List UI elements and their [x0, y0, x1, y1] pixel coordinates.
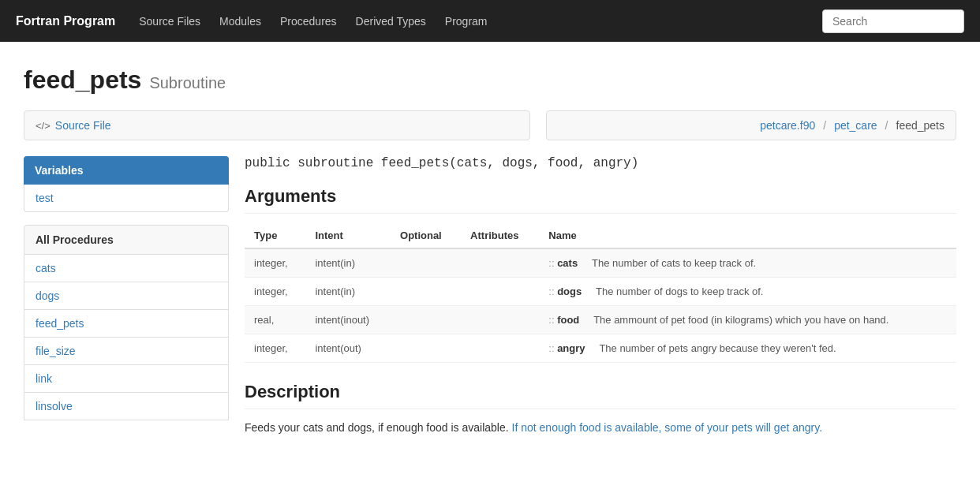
sidebar-proc-link[interactable]: link [24, 365, 229, 393]
breadcrumb-module-link[interactable]: pet_care [834, 119, 877, 132]
table-row: integer, intent(out) :: angry The number… [245, 334, 956, 363]
arg-name-2: food [557, 314, 579, 326]
sidebar-proc-linsolve[interactable]: linsolve [24, 393, 229, 420]
navbar-links: Source Files Modules Procedures Derived … [139, 15, 799, 28]
description-text-start: Feeds your cats and dogs, if enough food… [245, 421, 512, 434]
navbar-search [822, 9, 964, 33]
table-row: integer, intent(in) :: dogs The number o… [245, 278, 956, 306]
arg-optional-1 [391, 278, 461, 306]
sidebar-proc-file-size[interactable]: file_size [24, 338, 229, 365]
table-header-row: Type Intent Optional Attributes Name [245, 223, 956, 248]
arg-colons-1: :: [548, 286, 554, 297]
page-title-area: feed_pets Subroutine [24, 65, 956, 95]
breadcrumb-sep-2: / [885, 119, 888, 132]
arguments-section-title: Arguments [245, 186, 956, 214]
sidebar-proc-feed-pets[interactable]: feed_pets [24, 310, 229, 338]
layout: Variables test All Procedures cats dogs … [24, 156, 956, 436]
arg-attributes-2 [461, 306, 539, 334]
code-signature: public subroutine feed_pets(cats, dogs, … [245, 156, 956, 170]
arg-intent-3: intent(out) [305, 334, 391, 363]
navbar-link-source-files[interactable]: Source Files [139, 15, 200, 28]
arg-attributes-1 [461, 278, 539, 306]
content-area: public subroutine feed_pets(cats, dogs, … [245, 156, 956, 436]
navbar-link-modules[interactable]: Modules [219, 15, 261, 28]
arg-name-1: dogs [557, 286, 582, 297]
table-row: integer, intent(in) :: cats The number o… [245, 248, 956, 278]
arg-name-0: cats [557, 257, 578, 269]
sidebar-proc-dogs[interactable]: dogs [24, 282, 229, 310]
arg-name-col-3: :: angry The number of pets angry becaus… [539, 334, 956, 363]
description-text: Feeds your cats and dogs, if enough food… [245, 419, 956, 436]
arg-intent-0: intent(in) [305, 248, 391, 278]
col-intent: Intent [305, 223, 391, 248]
source-file-link[interactable]: Source File [55, 119, 111, 132]
table-row: real, intent(inout) :: food The ammount … [245, 306, 956, 334]
arg-desc-0: The number of cats to keep track of. [592, 257, 756, 269]
arg-type-2: real, [245, 306, 305, 334]
arguments-table: Type Intent Optional Attributes Name int… [245, 223, 956, 363]
arg-desc-1: The number of dogs to keep track of. [596, 286, 763, 297]
breadcrumb-current: feed_pets [896, 119, 945, 132]
arg-type-3: integer, [245, 334, 305, 363]
col-name: Name [539, 223, 956, 248]
breadcrumb-bar: petcare.f90 / pet_care / feed_pets [546, 110, 956, 140]
page-title-type: Subroutine [149, 74, 226, 92]
arg-attributes-3 [461, 334, 539, 363]
sidebar-variable-test[interactable]: test [24, 185, 229, 212]
description-text-highlight: If not enough food is available, some of… [512, 421, 823, 434]
arg-name-col-2: :: food The ammount of pet food (in kilo… [539, 306, 956, 334]
arg-intent-1: intent(in) [305, 278, 391, 306]
arg-type-1: integer, [245, 278, 305, 306]
arg-type-0: integer, [245, 248, 305, 278]
sidebar-procedures-section: All Procedures cats dogs feed_pets file_… [24, 225, 229, 420]
main-content: feed_pets Subroutine </> Source File pet… [0, 42, 980, 452]
code-icon: </> [36, 120, 50, 132]
sidebar: Variables test All Procedures cats dogs … [24, 156, 229, 436]
col-optional: Optional [391, 223, 461, 248]
col-attributes: Attributes [461, 223, 539, 248]
arg-desc-3: The number of pets angry because they we… [599, 342, 836, 354]
arg-optional-3 [391, 334, 461, 363]
sidebar-variables-section: Variables test [24, 156, 229, 212]
breadcrumb-file-link[interactable]: petcare.f90 [760, 119, 815, 132]
navbar-brand[interactable]: Fortran Program [16, 14, 115, 28]
arg-desc-2: The ammount of pet food (in kilograms) w… [593, 314, 888, 326]
sidebar-procedures-header: All Procedures [24, 225, 229, 255]
breadcrumb-sep-1: / [823, 119, 826, 132]
arg-colons-3: :: [548, 342, 554, 354]
page-title-name: feed_pets [24, 65, 141, 95]
arg-colons-0: :: [548, 257, 554, 269]
description-section-title: Description [245, 382, 956, 409]
source-file-bar: </> Source File [24, 110, 530, 140]
arg-attributes-0 [461, 248, 539, 278]
arg-optional-2 [391, 306, 461, 334]
search-input[interactable] [822, 9, 964, 33]
arg-optional-0 [391, 248, 461, 278]
arg-name-col-1: :: dogs The number of dogs to keep track… [539, 278, 956, 306]
source-bars: </> Source File petcare.f90 / pet_care /… [24, 110, 956, 140]
navbar: Fortran Program Source Files Modules Pro… [0, 0, 980, 42]
arg-name-col-0: :: cats The number of cats to keep track… [539, 248, 956, 278]
arg-intent-2: intent(inout) [305, 306, 391, 334]
arg-name-3: angry [557, 342, 585, 354]
navbar-link-program[interactable]: Program [445, 15, 488, 28]
col-type: Type [245, 223, 305, 248]
sidebar-variables-header: Variables [24, 156, 229, 185]
sidebar-proc-cats[interactable]: cats [24, 255, 229, 282]
navbar-link-procedures[interactable]: Procedures [280, 15, 337, 28]
navbar-link-derived-types[interactable]: Derived Types [356, 15, 426, 28]
arg-colons-2: :: [548, 314, 554, 326]
